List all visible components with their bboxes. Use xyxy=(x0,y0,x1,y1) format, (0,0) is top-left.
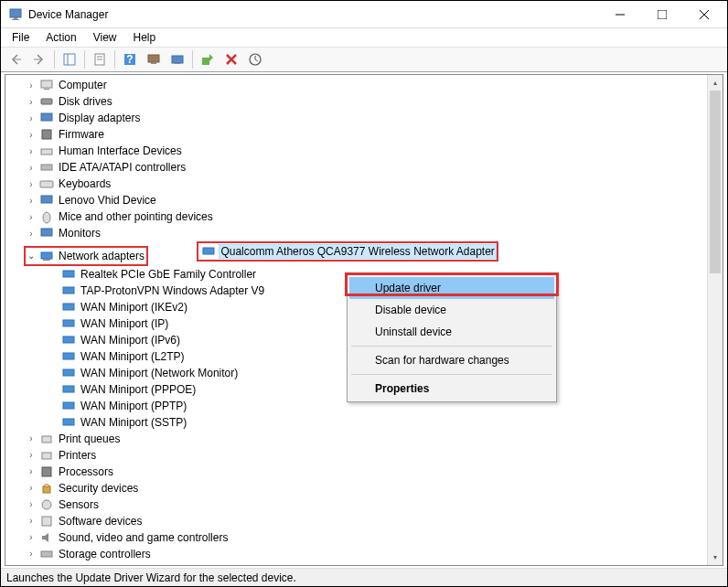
context-menu-scan-hardware[interactable]: Scan for hardware changes xyxy=(349,349,554,371)
tree-item[interactable]: ›Software devices xyxy=(11,513,723,529)
tree-item-label: WAN Miniport (IP) xyxy=(79,317,170,330)
svg-rect-16 xyxy=(172,56,183,63)
tree-item-label: Lenovo Vhid Device xyxy=(57,194,158,207)
chevron-right-icon[interactable]: › xyxy=(26,196,37,206)
tree-item-label: Software devices xyxy=(57,515,144,528)
forward-button[interactable] xyxy=(28,48,50,70)
uninstall-device-button[interactable] xyxy=(220,48,242,70)
tree-item-label: WAN Miniport (PPTP) xyxy=(79,400,188,412)
menu-action[interactable]: Action xyxy=(38,29,83,46)
show-hide-console-tree-button[interactable] xyxy=(59,48,80,70)
context-menu-uninstall-device[interactable]: Uninstall device xyxy=(349,321,554,343)
scrollbar-track[interactable] xyxy=(708,91,723,550)
tree-item[interactable]: ›Sound, video and game controllers xyxy=(11,529,723,546)
back-button[interactable] xyxy=(5,48,27,70)
network-adapter-icon xyxy=(201,244,216,259)
context-menu-properties[interactable]: Properties xyxy=(349,378,554,400)
chevron-right-icon[interactable]: › xyxy=(26,433,37,443)
tree-item[interactable]: ›Print queues xyxy=(11,431,723,447)
tree-item[interactable]: ›Monitors xyxy=(11,225,723,241)
tree-item[interactable]: ›Keyboards xyxy=(11,176,723,192)
keyboard-icon xyxy=(39,176,54,191)
menu-item-label: Disable device xyxy=(375,304,446,316)
svg-rect-49 xyxy=(42,517,51,526)
tree-item-label[interactable]: Network adapters xyxy=(57,250,146,262)
update-driver-toolbar-button[interactable] xyxy=(143,48,165,70)
minimize-button[interactable] xyxy=(599,1,641,28)
properties-button[interactable] xyxy=(89,48,111,70)
tree-item[interactable]: ›Firmware xyxy=(11,126,723,143)
chevron-right-icon[interactable]: › xyxy=(26,113,37,123)
chevron-right-icon[interactable]: › xyxy=(26,80,37,91)
network-adapter-icon xyxy=(61,366,76,380)
chevron-down-icon[interactable]: ⌄ xyxy=(26,251,37,261)
menu-separator xyxy=(351,374,552,375)
tree-item[interactable]: ›IDE ATA/ATAPI controllers xyxy=(11,159,723,176)
scroll-up-arrow-icon[interactable]: ▴ xyxy=(708,75,723,91)
network-adapter-icon xyxy=(61,399,76,413)
tree-item[interactable]: ›Disk drives xyxy=(11,93,723,110)
tree-item[interactable]: ›Human Interface Devices xyxy=(11,143,723,159)
scan-for-changes-button[interactable] xyxy=(244,48,266,70)
chevron-right-icon[interactable]: › xyxy=(26,450,37,460)
sensor-icon xyxy=(39,497,54,512)
tree-item[interactable]: ›Printers xyxy=(11,447,723,464)
menu-help[interactable]: Help xyxy=(126,29,164,46)
svg-rect-33 xyxy=(203,248,214,254)
tree-item-label: WAN Miniport (PPPOE) xyxy=(79,383,198,396)
context-menu-disable-device[interactable]: Disable device xyxy=(349,299,554,321)
tree-item[interactable]: ›Display adapters xyxy=(11,110,723,126)
firmware-icon xyxy=(39,127,54,142)
network-adapter-icon xyxy=(61,415,76,430)
chevron-right-icon[interactable]: › xyxy=(26,549,37,559)
tree-item[interactable]: ›Security devices xyxy=(11,480,723,496)
svg-rect-23 xyxy=(41,113,52,121)
help-button[interactable]: ? xyxy=(119,48,141,70)
software-icon xyxy=(39,514,54,528)
chevron-right-icon[interactable]: › xyxy=(26,229,37,239)
network-adapter-icon xyxy=(61,267,76,282)
menu-file[interactable]: File xyxy=(5,29,37,46)
svg-text:?: ? xyxy=(126,53,133,66)
tree-item[interactable]: ›Storage controllers xyxy=(11,546,723,562)
tree-item[interactable]: ›Mice and other pointing devices xyxy=(11,208,723,225)
scroll-down-arrow-icon[interactable]: ▾ xyxy=(708,550,723,565)
chevron-right-icon[interactable]: › xyxy=(26,130,37,140)
svg-rect-30 xyxy=(41,229,52,236)
chevron-right-icon[interactable]: › xyxy=(26,163,37,173)
tree-item[interactable]: ›Lenovo Vhid Device xyxy=(11,192,723,208)
chevron-right-icon[interactable]: › xyxy=(26,212,37,222)
chevron-right-icon[interactable]: › xyxy=(26,499,37,509)
menu-item-label: Properties xyxy=(375,382,429,395)
menu-view[interactable]: View xyxy=(86,29,124,46)
printer-icon xyxy=(39,432,54,446)
vertical-scrollbar[interactable]: ▴ ▾ xyxy=(707,75,723,565)
chevron-right-icon[interactable]: › xyxy=(26,466,37,476)
tree-item[interactable]: ›Sensors xyxy=(11,496,723,513)
context-menu-update-driver[interactable]: Update driver xyxy=(349,277,554,299)
enable-device-button[interactable] xyxy=(197,48,219,70)
tree-item[interactable]: WAN Miniport (SSTP) xyxy=(11,414,723,431)
window-title: Device Manager xyxy=(28,8,599,21)
printer-icon xyxy=(39,448,54,463)
maximize-button[interactable] xyxy=(641,1,683,28)
tree-item-label[interactable]: Qualcomm Atheros QCA9377 Wireless Networ… xyxy=(219,244,496,259)
tree-item[interactable]: ›Processors xyxy=(11,464,723,480)
svg-rect-38 xyxy=(63,336,74,343)
chevron-right-icon[interactable]: › xyxy=(26,532,37,542)
chevron-right-icon[interactable]: › xyxy=(26,146,37,156)
tree-item-label: Computer xyxy=(57,79,109,91)
display-icon xyxy=(39,111,54,125)
chevron-right-icon[interactable]: › xyxy=(26,483,37,493)
svg-rect-25 xyxy=(41,149,52,155)
tree-item-label: TAP-ProtonVPN Windows Adapter V9 xyxy=(79,284,266,297)
close-button[interactable] xyxy=(683,1,725,28)
scrollbar-thumb[interactable] xyxy=(710,91,721,273)
scan-hardware-toolbar-button[interactable] xyxy=(166,48,188,70)
chevron-right-icon[interactable]: › xyxy=(26,516,37,526)
app-icon xyxy=(8,7,23,22)
computer-icon xyxy=(39,78,54,92)
tree-item[interactable]: ›Computer xyxy=(11,77,723,93)
chevron-right-icon[interactable]: › xyxy=(26,97,37,107)
chevron-right-icon[interactable]: › xyxy=(26,179,37,189)
